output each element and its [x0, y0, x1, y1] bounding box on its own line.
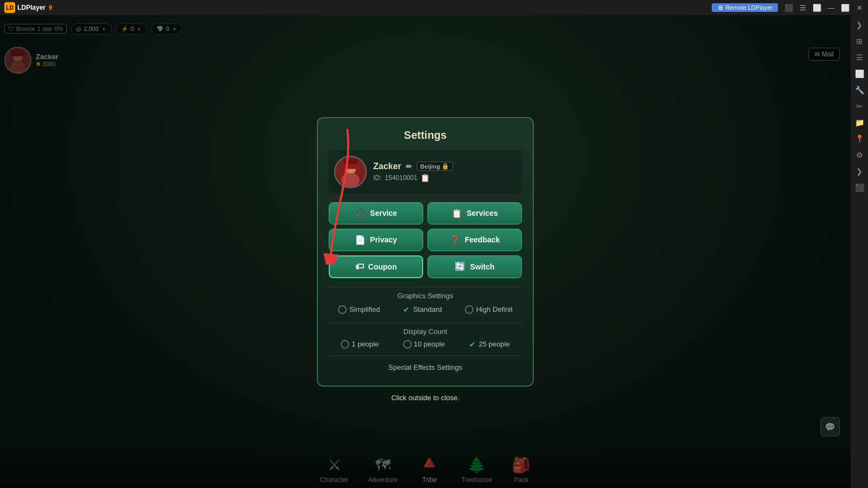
right-sidebar: ❯ ⊞ ☰ ⬜ 🔧 ✂ 📁 📍 ⚙ ❯ ⬛ [851, 15, 868, 488]
coupon-button[interactable]: 🏷 Coupon [329, 255, 423, 278]
location-icon: 🔒 [442, 163, 449, 170]
close-button[interactable]: ✕ [853, 1, 866, 14]
divider-3 [329, 355, 522, 356]
sidebar-settings-icon[interactable]: ⚙ [852, 147, 867, 163]
remote-ldplayer-button[interactable]: 🖥 Remote LDPlayer [712, 3, 778, 12]
divider-2 [329, 323, 522, 323]
profile-avatar[interactable] [334, 156, 367, 188]
maximize-button[interactable]: ⬜ [839, 1, 852, 14]
edit-name-icon[interactable]: ✏ [406, 162, 412, 171]
coupon-label: Coupon [368, 262, 397, 271]
privacy-button[interactable]: 📄 Privacy [329, 229, 423, 251]
graphics-simplified[interactable]: Simplified [338, 305, 380, 314]
special-effects-button[interactable]: Special Effects Settings [329, 360, 522, 375]
sidebar-tool-4-icon[interactable]: 🔧 [852, 82, 867, 98]
sidebar-collapse-icon[interactable]: ❯ [852, 164, 867, 179]
settings-title: Settings [329, 129, 522, 142]
app-name: LDPlayer [17, 4, 46, 11]
count-1-label: 1 people [352, 340, 379, 348]
feedback-icon: ❓ [450, 235, 461, 245]
services-label: Services [467, 209, 498, 217]
sidebar-tool-3-icon[interactable]: ⬜ [852, 66, 867, 81]
click-outside-hint: Click outside to close. [391, 394, 459, 402]
profile-name: Zacker [373, 162, 401, 171]
sidebar-tool-2-icon[interactable]: ☰ [852, 50, 867, 65]
checkmark-standard: ✔ [403, 305, 410, 314]
settings-buttons-grid: 🎧 Service 📋 Services 📄 Privacy ❓ Feedbac… [329, 202, 522, 278]
ld-icon: LD [4, 2, 15, 13]
profile-info: Zacker ✏ Beijing 🔒 ID: 154010001 📋 [373, 162, 516, 182]
radio-10-people[interactable] [403, 340, 412, 349]
service-button[interactable]: 🎧 Service [329, 202, 423, 224]
service-label: Service [370, 209, 397, 217]
feedback-button[interactable]: ❓ Feedback [427, 229, 522, 251]
radio-1-people[interactable] [341, 340, 349, 349]
window-controls[interactable]: ⬛ ☰ ⬜ — ⬜ ✕ [782, 1, 868, 14]
profile-avatar-image [335, 157, 366, 187]
graphics-standard[interactable]: ✔ Standard [403, 305, 442, 314]
privacy-icon: 📄 [355, 235, 366, 245]
graphics-options: Simplified ✔ Standard High Definit [329, 305, 522, 314]
copy-id-icon[interactable]: 📋 [420, 174, 430, 182]
svg-point-7 [341, 172, 360, 187]
services-icon: 📋 [451, 208, 462, 219]
sidebar-location-icon[interactable]: 📍 [852, 131, 867, 146]
service-icon: 🎧 [355, 208, 366, 219]
settings-overlay[interactable]: Settings [0, 15, 851, 488]
radio-simplified[interactable] [338, 305, 347, 314]
display-count-title: Display Count [329, 328, 522, 336]
count-1-people[interactable]: 1 people [341, 340, 379, 349]
simplified-label: Simplified [349, 305, 380, 313]
divider-1 [329, 287, 522, 287]
record-button[interactable]: ⬛ [782, 1, 795, 14]
coupon-icon: 🏷 [355, 262, 364, 272]
profile-name-row: Zacker ✏ Beijing 🔒 [373, 162, 516, 171]
game-area: 🛡 Bronze 1 star 0% ◎ 2,000 ＋ ⚡ 0 ＋ 💎 0 ＋ [0, 15, 851, 488]
feedback-label: Feedback [465, 235, 500, 244]
privacy-label: Privacy [370, 235, 397, 244]
high-definit-label: High Definit [476, 305, 513, 313]
remote-icon: 🖥 [717, 4, 723, 11]
switch-button[interactable]: 🔄 Switch [427, 255, 522, 278]
sidebar-bottom-icon[interactable]: ⬛ [852, 180, 867, 195]
profile-section: Zacker ✏ Beijing 🔒 ID: 154010001 📋 [329, 150, 522, 194]
titlebar: LD LDPlayer 9 🖥 Remote LDPlayer ⬛ ☰ ⬜ — … [0, 0, 868, 15]
location-text: Beijing [420, 163, 441, 170]
count-options: 1 people 10 people ✔ 25 people [329, 340, 522, 349]
switch-label: Switch [470, 262, 494, 271]
svg-rect-10 [343, 158, 358, 163]
app-logo: LD LDPlayer 9 [0, 2, 56, 13]
sidebar-scissors-icon[interactable]: ✂ [852, 99, 867, 114]
app-version: 9 [49, 4, 52, 11]
remote-label: Remote LDPlayer [725, 4, 773, 11]
services-button[interactable]: 📋 Services [427, 202, 522, 224]
graphics-high-definit[interactable]: High Definit [465, 305, 513, 314]
radio-high-definit[interactable] [465, 305, 474, 314]
switch-icon: 🔄 [455, 261, 465, 272]
standard-label: Standard [413, 305, 442, 313]
profile-id-row: ID: 154010001 📋 [373, 174, 516, 182]
minimize-button[interactable]: — [825, 1, 838, 14]
sidebar-expand-icon[interactable]: ❯ [852, 17, 867, 33]
id-value: 154010001 [385, 174, 417, 182]
graphics-section-title: Graphics Settings [329, 292, 522, 300]
checkmark-25-people: ✔ [469, 340, 476, 349]
sidebar-folder-icon[interactable]: 📁 [852, 115, 867, 130]
count-10-people[interactable]: 10 people [403, 340, 445, 349]
count-25-people[interactable]: ✔ 25 people [469, 340, 510, 349]
settings-modal: Settings [317, 117, 534, 387]
display-count-section: Display Count 1 people 10 people ✔ 25 pe… [329, 328, 522, 349]
sidebar-tool-1-icon[interactable]: ⊞ [852, 34, 867, 49]
count-10-label: 10 people [414, 340, 445, 348]
layout-button[interactable]: ⬜ [810, 1, 824, 14]
count-25-label: 25 people [479, 340, 510, 348]
id-label: ID: [373, 174, 381, 182]
location-badge: Beijing 🔒 [417, 162, 454, 171]
menu-button[interactable]: ☰ [796, 1, 809, 14]
